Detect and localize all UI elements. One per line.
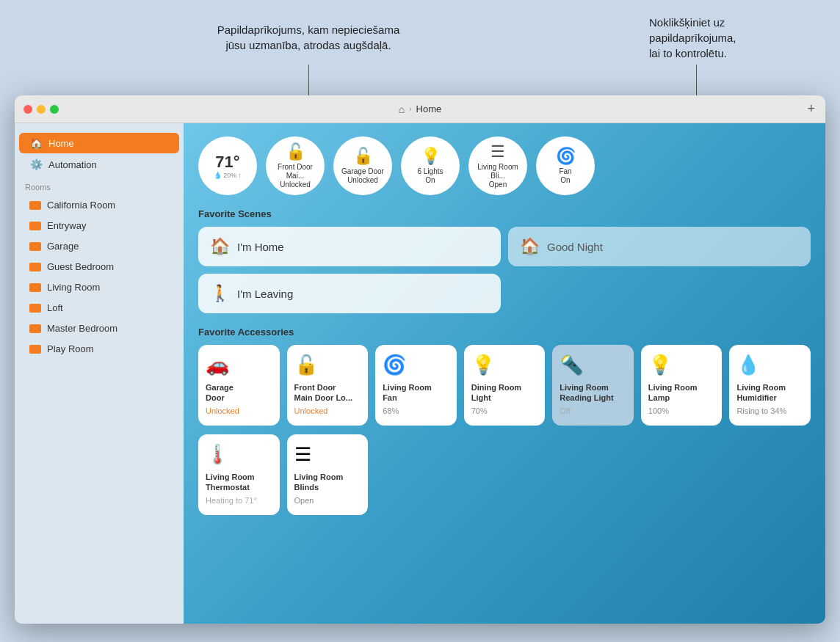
room-icon — [29, 201, 41, 210]
traffic-lights — [23, 105, 59, 114]
room-icon — [29, 324, 41, 333]
front-door-main-status: Unlocked — [294, 406, 328, 415]
acc-living-room-blinds[interactable]: ☰ Living RoomBlinds Open — [287, 434, 369, 515]
acc-living-room-fan[interactable]: 🌀 Living RoomFan 68% — [375, 345, 457, 426]
living-room-reading-light-icon: 🔦 — [560, 354, 583, 376]
room-icon — [29, 263, 41, 271]
sidebar-item-play-room[interactable]: Play Room — [19, 339, 179, 359]
living-room-fan-icon: 🌀 — [383, 354, 406, 376]
acc-living-room-humidifier[interactable]: 💧 Living RoomHumidifier Rising to 34% — [729, 345, 811, 426]
rooms-section-label: Rooms — [15, 175, 184, 194]
living-room-lamp-status: 100% — [648, 406, 669, 415]
sidebar-item-california-room[interactable]: California Room — [19, 195, 179, 215]
blinds-status-icon: ☰ — [490, 142, 505, 161]
acc-living-room-reading-light[interactable]: 🔦 Living RoomReading Light Off — [552, 345, 634, 426]
titlebar: ⌂ › Home + — [15, 95, 825, 123]
status-thermostat[interactable]: 71° 💧 20% ↑ — [198, 136, 257, 195]
living-room-blinds-status: Open — [294, 496, 314, 505]
acc-garage-door[interactable]: 🚗 GarageDoor Unlocked — [198, 345, 280, 426]
garage-door-status-icon: 🔓 — [353, 147, 373, 166]
callout-line-left — [308, 65, 309, 95]
living-room-blinds-icon: ☰ — [294, 443, 311, 466]
chevron-icon: › — [409, 105, 411, 113]
sidebar-item-master-bedroom[interactable]: Master Bedroom — [19, 318, 179, 338]
lights-status-icon: 💡 — [421, 147, 441, 166]
sidebar-item-living-room[interactable]: Living Room — [19, 277, 179, 297]
living-room-thermostat-icon: 🌡️ — [206, 443, 229, 466]
sidebar: 🏠 Home ⚙️ Automation Rooms California Ro… — [15, 123, 184, 624]
acc-living-room-thermostat[interactable]: 🌡️ Living RoomThermostat Heating to 71° — [198, 434, 280, 515]
scenes-grid: 🏠 I'm Home 🏠 Good Night 🚶 I'm Leaving — [198, 227, 811, 313]
app-window: ⌂ › Home + 🏠 Home ⚙️ Automation Rooms Ca… — [15, 95, 825, 624]
thermostat-sub: 💧 20% ↑ — [214, 172, 242, 179]
status-fan[interactable]: 🌀 FanOn — [536, 136, 595, 195]
status-blinds[interactable]: ☰ Living Room Bli...Open — [468, 136, 527, 195]
automation-icon: ⚙️ — [29, 158, 43, 170]
garage-door-status: Unlocked — [206, 406, 239, 415]
front-door-main-icon: 🔓 — [294, 354, 318, 376]
close-button[interactable] — [23, 105, 32, 114]
window-title: Home — [416, 103, 442, 114]
sidebar-item-loft[interactable]: Loft — [19, 298, 179, 318]
home-nav-icon: 🏠 — [29, 137, 43, 149]
room-icon — [29, 242, 41, 251]
living-room-thermostat-status: Heating to 71° — [206, 496, 257, 505]
add-button[interactable]: + — [807, 101, 815, 117]
living-room-humidifier-icon: 💧 — [736, 354, 760, 376]
callout-line-right — [696, 65, 697, 95]
minimize-button[interactable] — [37, 105, 46, 114]
living-room-lamp-icon: 💡 — [648, 354, 672, 376]
accessories-row2: 🌡️ Living RoomThermostat Heating to 71° … — [198, 434, 811, 515]
good-night-icon: 🏠 — [520, 237, 540, 256]
titlebar-title: ⌂ › Home — [399, 103, 442, 115]
room-icon — [29, 345, 41, 354]
fullscreen-button[interactable] — [50, 105, 59, 114]
im-home-icon: 🏠 — [210, 237, 230, 256]
status-front-door[interactable]: 🔓 Front Door Mai...Unlocked — [266, 136, 325, 195]
acc-living-room-lamp[interactable]: 💡 Living RoomLamp 100% — [641, 345, 723, 426]
status-garage-door[interactable]: 🔓 Garage DoorUnlocked — [333, 136, 392, 195]
living-room-reading-light-status: Off — [560, 406, 570, 415]
accessories-row1: 🚗 GarageDoor Unlocked 🔓 Front DoorMain D… — [198, 345, 811, 426]
accessories-section-title: Favorite Accessories — [198, 327, 811, 338]
scene-im-leaving[interactable]: 🚶 I'm Leaving — [198, 274, 501, 313]
im-leaving-icon: 🚶 — [210, 284, 230, 303]
status-bar: 71° 💧 20% ↑ 🔓 Front Door Mai...Unlocked … — [198, 136, 811, 195]
thermostat-temp: 71° — [215, 153, 239, 172]
garage-door-icon: 🚗 — [206, 354, 229, 376]
status-lights[interactable]: 💡 6 LightsOn — [401, 136, 460, 195]
sidebar-item-guest-bedroom[interactable]: Guest Bedroom — [19, 257, 179, 277]
main-content: 71° 💧 20% ↑ 🔓 Front Door Mai...Unlocked … — [184, 123, 825, 624]
room-icon — [29, 222, 41, 230]
acc-dining-room-light[interactable]: 💡 Dining RoomLight 70% — [464, 345, 546, 426]
sidebar-item-home[interactable]: 🏠 Home — [19, 133, 179, 153]
humidity-icon: 💧 — [214, 172, 222, 179]
scene-im-home[interactable]: 🏠 I'm Home — [198, 227, 501, 266]
sidebar-item-automation[interactable]: ⚙️ Automation — [19, 154, 179, 175]
scenes-section-title: Favorite Scenes — [198, 208, 811, 219]
room-icon — [29, 304, 41, 313]
acc-front-door-main[interactable]: 🔓 Front DoorMain Door Lo... Unlocked — [287, 345, 369, 426]
living-room-humidifier-status: Rising to 34% — [736, 406, 786, 415]
dining-room-light-status: 70% — [471, 406, 488, 415]
callout-left: Papildaprīkojums, kam nepieciešama jūsu … — [213, 22, 404, 53]
scene-good-night[interactable]: 🏠 Good Night — [508, 227, 811, 266]
fan-status-icon: 🌀 — [556, 147, 576, 166]
callout-right: Noklikšķiniet uz papildaprīkojuma, lai t… — [649, 15, 796, 61]
sidebar-item-entryway[interactable]: Entryway — [19, 216, 179, 236]
sidebar-item-garage[interactable]: Garage — [19, 236, 179, 256]
living-room-fan-status: 68% — [383, 406, 399, 415]
front-door-status-icon: 🔓 — [286, 142, 305, 161]
dining-room-light-icon: 💡 — [471, 354, 495, 376]
room-icon — [29, 283, 41, 292]
home-icon: ⌂ — [399, 103, 405, 115]
